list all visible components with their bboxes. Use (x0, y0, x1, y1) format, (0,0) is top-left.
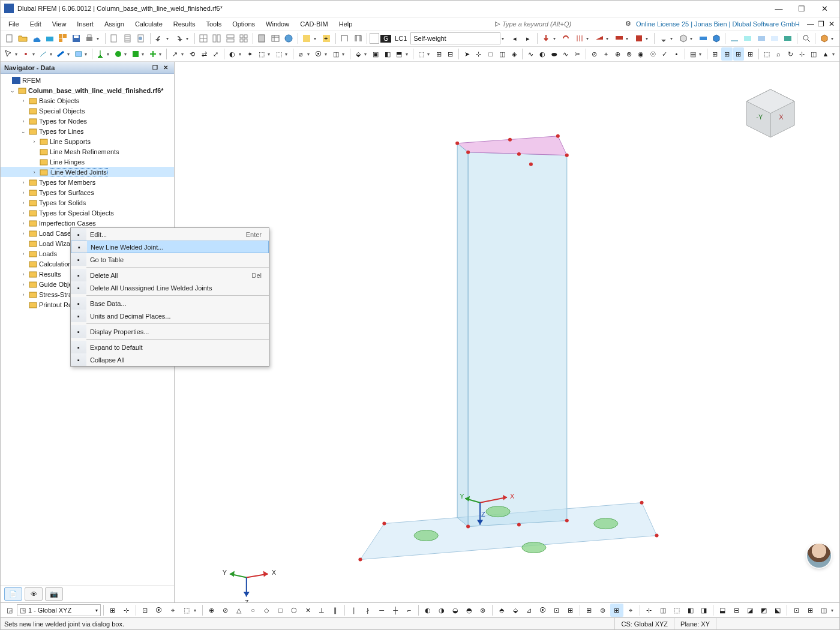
tree-item[interactable]: ›Types for Solids (1, 197, 174, 208)
open-icon[interactable] (16, 32, 29, 45)
overflow-icon[interactable]: ▾ (831, 36, 837, 41)
m7-icon[interactable]: ✓ (659, 47, 670, 61)
m5-icon[interactable]: ◉ (635, 47, 647, 61)
undo-icon[interactable] (153, 32, 166, 45)
context-menu-item[interactable]: ▪Units and Decimal Places... (71, 310, 269, 322)
snap1-icon[interactable]: ⊕ (205, 604, 218, 617)
bt1-icon[interactable]: ⊞ (106, 604, 119, 617)
sn13-icon[interactable]: ─ (375, 604, 388, 617)
drop-icon[interactable]: ▾ (626, 36, 632, 41)
display2-icon[interactable] (742, 32, 754, 45)
tree-item[interactable]: ›Line Supports (1, 136, 174, 146)
grid1-icon[interactable] (197, 32, 209, 45)
block-manager-icon[interactable] (56, 32, 69, 45)
nav-close-button[interactable]: ✕ (161, 64, 170, 72)
menu-window[interactable]: Window (260, 19, 295, 29)
tree-item[interactable]: Special Objects (1, 106, 174, 116)
opt5-icon[interactable]: ⊹ (643, 604, 656, 617)
menu-view[interactable]: View (47, 19, 72, 29)
layer-icon[interactable]: ▤ (687, 47, 698, 61)
solid-icon[interactable] (710, 32, 722, 45)
snap10-icon[interactable]: ∥ (329, 604, 342, 617)
doc3-icon[interactable] (134, 32, 147, 45)
sn24-icon[interactable]: ⦿ (536, 604, 550, 617)
block-icon[interactable] (43, 32, 56, 45)
drop-icon[interactable]: ▾ (325, 52, 329, 57)
m2-icon[interactable]: ⌖ (600, 47, 611, 61)
print-icon[interactable] (83, 32, 96, 45)
sn20-icon[interactable]: ⊗ (476, 604, 490, 617)
sn19-icon[interactable]: ◓ (463, 604, 476, 617)
line-icon[interactable] (38, 47, 49, 61)
load4-icon[interactable] (632, 32, 645, 45)
moment-icon[interactable] (560, 32, 572, 45)
sn26-icon[interactable]: ⊞ (564, 604, 577, 617)
snap2-icon[interactable]: ⊘ (219, 604, 232, 617)
tree-root[interactable]: RFEM (1, 75, 174, 85)
m1-icon[interactable]: ⊘ (589, 47, 600, 61)
opt4-icon[interactable]: ⌖ (624, 604, 637, 617)
display4-icon[interactable] (768, 32, 781, 45)
sel3-icon[interactable]: ⊟ (445, 47, 457, 61)
find-icon[interactable] (800, 32, 812, 45)
menu-tools[interactable]: Tools (200, 19, 227, 29)
grid4-icon[interactable] (237, 32, 250, 45)
opt8-icon[interactable]: ◧ (684, 604, 697, 617)
doc1-icon[interactable] (108, 32, 121, 45)
bt6-icon[interactable]: ⬚ (180, 604, 193, 617)
display5-icon[interactable] (782, 32, 794, 45)
drop-icon[interactable]: ▾ (85, 52, 89, 57)
tool-b-icon[interactable]: ✦ (244, 47, 256, 61)
wp-icon[interactable]: ◲ (3, 604, 16, 617)
render-icon[interactable] (818, 32, 830, 45)
tree-item[interactable]: ›Types for Special Objects (1, 208, 174, 218)
snap5-icon[interactable]: ◇ (260, 604, 273, 617)
lc-drop-icon[interactable]: ▾ (502, 36, 508, 41)
settings-icon[interactable]: ⚙ (625, 20, 631, 28)
nav4-icon[interactable]: ◫ (497, 47, 508, 61)
vis1-icon[interactable]: ∿ (525, 47, 536, 61)
bt5-icon[interactable]: ⌖ (166, 604, 179, 617)
workplane-select[interactable]: ◳1 - Global XYZ▾ (17, 604, 101, 616)
save-icon[interactable] (70, 32, 82, 45)
xform3-icon[interactable]: ⇄ (199, 47, 210, 61)
bt2-icon[interactable]: ⊹ (120, 604, 133, 617)
context-menu-item[interactable]: ▪Expand to Default (71, 341, 269, 353)
drop-icon[interactable]: ▾ (646, 36, 652, 41)
tool-a-icon[interactable]: ◐ (227, 47, 238, 61)
nav-tab-data[interactable]: 📄 (4, 587, 22, 601)
snap4-icon[interactable]: ○ (246, 604, 259, 617)
tables-icon[interactable] (269, 32, 281, 45)
snap3-icon[interactable]: △ (233, 604, 246, 617)
arrow-down-icon[interactable] (540, 32, 553, 45)
next-icon[interactable]: ▸ (522, 32, 535, 45)
menu-help[interactable]: Help (334, 19, 358, 29)
load2-icon[interactable] (593, 32, 605, 45)
nav-restore-button[interactable]: ❐ (150, 64, 160, 72)
opt10-icon[interactable]: ⬓ (716, 604, 729, 617)
tree-item[interactable]: ›Types for Nodes (1, 116, 174, 126)
opt6-icon[interactable]: ◫ (656, 604, 670, 617)
sel1-icon[interactable]: ⬚ (416, 47, 427, 61)
sn22-icon[interactable]: ⬙ (509, 604, 522, 617)
tree-item[interactable]: ⌄Types for Lines (1, 126, 174, 136)
tree-item[interactable]: ›Imperfection Cases (1, 218, 174, 228)
select-icon[interactable] (3, 47, 14, 61)
display3-icon[interactable] (755, 32, 767, 45)
sn11-icon[interactable]: ∣ (347, 604, 361, 617)
mesh4-icon[interactable]: ⊞ (745, 47, 756, 61)
menu-assign[interactable]: Assign (99, 19, 130, 29)
close-button[interactable]: ✕ (813, 1, 836, 16)
bt3-icon[interactable]: ⊡ (139, 604, 152, 617)
snap7-icon[interactable]: ⬡ (287, 604, 301, 617)
context-menu-item[interactable]: ▪Delete AllDel (71, 269, 269, 281)
tool-c-icon[interactable]: ⬚ (256, 47, 268, 61)
drop-icon[interactable]: ▾ (142, 52, 146, 57)
frame1-icon[interactable] (338, 32, 351, 45)
drop-icon[interactable]: ▾ (406, 52, 410, 57)
opt17-icon[interactable]: ◫ (817, 604, 830, 617)
keyword-input[interactable] (502, 20, 595, 28)
m3-icon[interactable]: ⊕ (612, 47, 623, 61)
drop-icon[interactable]: ▾ (606, 36, 612, 41)
snap9-icon[interactable]: ⊥ (315, 604, 328, 617)
